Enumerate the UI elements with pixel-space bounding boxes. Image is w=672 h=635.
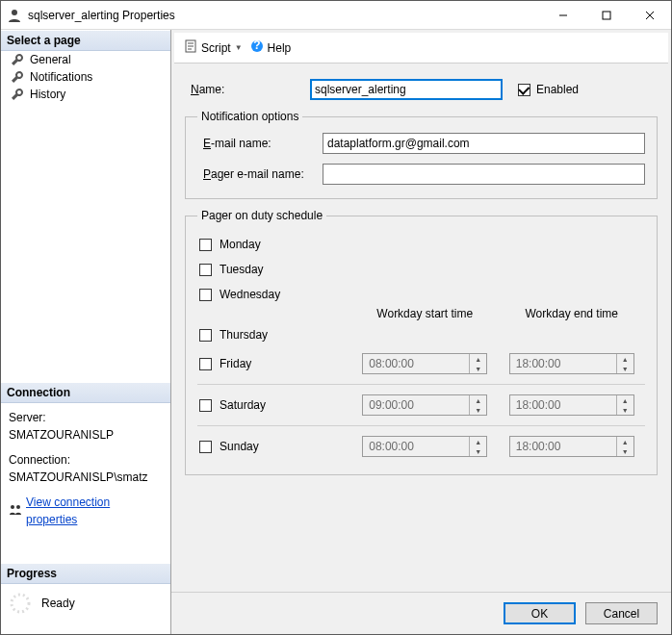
schedule-row: Friday08:00:00▲▼18:00:00▲▼ bbox=[197, 347, 645, 380]
svg-point-6 bbox=[16, 505, 20, 509]
day-label: Saturday bbox=[220, 398, 266, 412]
workday-end-label: Workday end time bbox=[499, 307, 646, 320]
view-connection-properties-link[interactable]: View connection properties bbox=[9, 494, 163, 528]
svg-point-5 bbox=[11, 505, 14, 509]
progress-spinner-icon bbox=[9, 592, 32, 615]
progress-header: Progress bbox=[1, 563, 170, 584]
sidebar-item-general[interactable]: General bbox=[1, 51, 170, 68]
name-label: Name: bbox=[185, 83, 310, 96]
time-value: 08:00:00 bbox=[363, 354, 469, 373]
workday-start-label: Workday start time bbox=[351, 307, 499, 320]
schedule-row: Monday bbox=[197, 232, 645, 257]
day-label: Sunday bbox=[220, 440, 259, 453]
day-label: Monday bbox=[220, 238, 261, 251]
wrench-icon bbox=[11, 70, 24, 84]
day-label: Wednesday bbox=[220, 288, 280, 301]
notification-options-label: Notification options bbox=[197, 110, 302, 123]
spin-up-icon[interactable]: ▲ bbox=[617, 395, 633, 405]
help-label: Help bbox=[268, 41, 292, 55]
minimize-button[interactable] bbox=[541, 1, 584, 29]
spin-up-icon[interactable]: ▲ bbox=[470, 437, 486, 446]
sidebar-item-notifications[interactable]: Notifications bbox=[1, 68, 170, 86]
sidebar-item-label: History bbox=[30, 88, 65, 101]
spin-down-icon[interactable]: ▼ bbox=[470, 405, 486, 415]
day-label: Friday bbox=[220, 357, 251, 370]
day-label: Tuesday bbox=[220, 263, 264, 276]
script-label: Script bbox=[201, 41, 231, 55]
day-label: Thursday bbox=[220, 328, 268, 342]
pager-schedule-group: Pager on duty schedule MondayTuesdayWedn… bbox=[185, 209, 658, 475]
schedule-row: Thursday bbox=[197, 322, 645, 347]
time-value: 18:00:00 bbox=[510, 354, 616, 373]
day-checkbox-monday[interactable] bbox=[199, 239, 212, 251]
sidebar: Select a page General Notifications bbox=[1, 30, 171, 634]
spin-up-icon[interactable]: ▲ bbox=[617, 437, 633, 446]
help-button[interactable]: ? Help bbox=[250, 39, 292, 56]
spin-down-icon[interactable]: ▼ bbox=[617, 446, 633, 456]
day-checkbox-wednesday[interactable] bbox=[199, 289, 212, 301]
maximize-button[interactable] bbox=[584, 1, 628, 29]
script-button[interactable]: Script ▼ bbox=[184, 39, 243, 56]
pager-email-input[interactable] bbox=[323, 164, 645, 185]
close-button[interactable] bbox=[628, 1, 671, 29]
server-label: Server: bbox=[9, 409, 163, 426]
enabled-checkbox[interactable] bbox=[518, 84, 530, 96]
window-title: sqlserver_alerting Properties bbox=[28, 9, 541, 22]
day-checkbox-thursday[interactable] bbox=[199, 329, 212, 342]
day-checkbox-friday[interactable] bbox=[199, 358, 212, 370]
workday-end-time[interactable]: 18:00:00▲▼ bbox=[509, 394, 634, 416]
workday-end-time[interactable]: 18:00:00▲▼ bbox=[509, 436, 634, 457]
toolbar: Script ▼ ? Help bbox=[174, 33, 668, 64]
spin-down-icon[interactable]: ▼ bbox=[617, 405, 633, 415]
email-input[interactable] bbox=[323, 133, 645, 154]
svg-rect-2 bbox=[603, 12, 610, 19]
cancel-button[interactable]: Cancel bbox=[585, 602, 658, 624]
svg-point-7 bbox=[12, 595, 29, 612]
workday-start-time[interactable]: 08:00:00▲▼ bbox=[362, 436, 487, 457]
connection-header: Connection bbox=[1, 382, 170, 403]
spin-down-icon[interactable]: ▼ bbox=[470, 364, 486, 373]
workday-end-time[interactable]: 18:00:00▲▼ bbox=[509, 353, 634, 374]
connection-value: SMATZOURANISLP\smatz bbox=[9, 469, 163, 486]
time-value: 18:00:00 bbox=[510, 437, 616, 456]
spin-down-icon[interactable]: ▼ bbox=[617, 364, 633, 373]
wrench-icon bbox=[11, 88, 24, 101]
operator-icon bbox=[7, 8, 22, 23]
svg-text:?: ? bbox=[253, 39, 260, 52]
main-panel: Script ▼ ? Help Name: bbox=[171, 30, 671, 634]
day-checkbox-saturday[interactable] bbox=[199, 399, 212, 412]
view-connection-properties-label: View connection properties bbox=[26, 494, 163, 528]
name-input[interactable] bbox=[310, 79, 503, 100]
day-checkbox-tuesday[interactable] bbox=[199, 264, 212, 276]
ok-button[interactable]: OK bbox=[504, 602, 576, 624]
dialog-window: sqlserver_alerting Properties Select a p… bbox=[0, 0, 672, 635]
workday-start-time[interactable]: 09:00:00▲▼ bbox=[362, 394, 487, 416]
notification-options-group: Notification options E-mail name: Pager … bbox=[185, 110, 658, 199]
titlebar: sqlserver_alerting Properties bbox=[1, 1, 671, 30]
select-page-header: Select a page bbox=[1, 30, 170, 51]
schedule-row: Wednesday bbox=[197, 282, 645, 307]
day-checkbox-sunday[interactable] bbox=[199, 441, 212, 453]
pager-schedule-label: Pager on duty schedule bbox=[197, 209, 326, 222]
enabled-label: Enabled bbox=[536, 83, 579, 96]
connection-block: Server: SMATZOURANISLP Connection: SMATZ… bbox=[1, 403, 170, 534]
time-headers: Workday start timeWorkday end time bbox=[351, 307, 645, 320]
help-icon: ? bbox=[250, 39, 264, 56]
sidebar-item-history[interactable]: History bbox=[1, 86, 170, 103]
chevron-down-icon: ▼ bbox=[235, 43, 243, 52]
schedule-row: Tuesday bbox=[197, 257, 645, 282]
spin-up-icon[interactable]: ▲ bbox=[470, 354, 486, 364]
schedule-row: Sunday08:00:00▲▼18:00:00▲▼ bbox=[197, 425, 645, 463]
spin-up-icon[interactable]: ▲ bbox=[470, 395, 486, 405]
sidebar-item-label: Notifications bbox=[30, 70, 92, 84]
time-value: 09:00:00 bbox=[363, 395, 469, 415]
time-value: 18:00:00 bbox=[510, 395, 616, 415]
spin-down-icon[interactable]: ▼ bbox=[470, 446, 486, 456]
schedule-row: Saturday09:00:00▲▼18:00:00▲▼ bbox=[197, 384, 645, 421]
people-icon bbox=[9, 502, 22, 521]
page-list: General Notifications History bbox=[1, 51, 170, 103]
workday-start-time[interactable]: 08:00:00▲▼ bbox=[362, 353, 487, 374]
sidebar-item-label: General bbox=[30, 53, 71, 66]
time-value: 08:00:00 bbox=[363, 437, 469, 456]
spin-up-icon[interactable]: ▲ bbox=[617, 354, 633, 364]
